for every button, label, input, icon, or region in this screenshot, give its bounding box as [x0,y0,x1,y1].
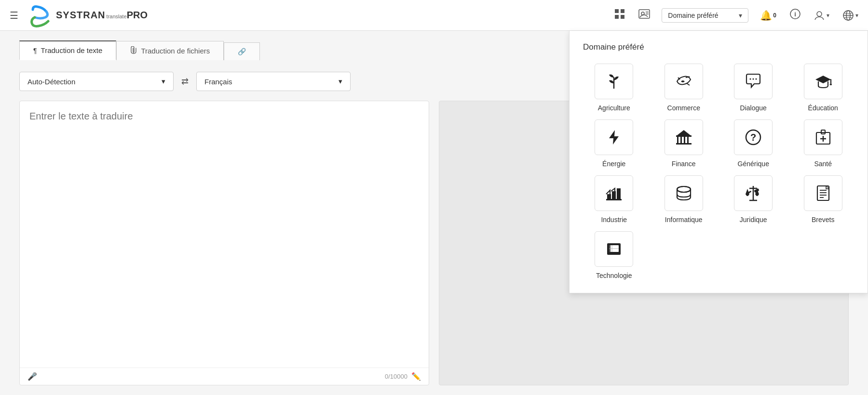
user-icon [814,10,825,21]
brevets-label: Brevets [812,216,834,224]
technologie-label: Technologie [596,272,632,279]
svg-rect-2 [615,15,619,19]
domain-preferred-dropdown[interactable]: Domaine préféré ▾ [662,8,748,23]
svg-point-19 [756,79,757,80]
user-account-button[interactable]: ▾ [812,8,831,23]
education-label: Éducation [808,104,838,112]
svg-rect-24 [677,137,678,143]
dialogue-icon [745,73,762,90]
svg-rect-22 [676,143,692,145]
tab-text-label: Traduction de texte [41,46,103,54]
svg-text:?: ? [750,132,756,143]
domain-item-agriculture[interactable]: Agriculture [583,64,645,112]
tab-files-label: Traduction de fichiers [141,47,210,55]
commerce-icon [675,73,692,90]
svg-point-18 [753,79,754,80]
target-lang-chevron: ▾ [339,77,342,86]
dialogue-icon-box [734,64,773,99]
svg-rect-37 [612,191,616,199]
energie-icon [605,129,623,146]
swap-languages-icon[interactable]: ⇄ [181,76,189,87]
juridique-label: Juridique [740,216,767,224]
domain-grid: Agriculture Commerce [583,64,854,279]
svg-text:i: i [794,11,796,18]
finance-icon-box [665,119,703,155]
domain-panel: Domaine préféré Agriculture [569,31,868,293]
tab-file-translation[interactable]: Traduction de fichiers [116,41,224,60]
source-language-selector[interactable]: Auto-Détection ▾ [19,72,174,91]
link-icon: 🔗 [238,48,246,55]
domain-item-finance[interactable]: Finance [653,119,715,168]
informatique-icon-box [665,175,703,211]
domain-dropdown-label: Domaine préféré [668,12,718,19]
language-selector-button[interactable]: ▾ [841,8,860,23]
paperclip-icon [130,46,137,55]
agriculture-icon [605,73,623,90]
domain-item-commerce[interactable]: Commerce [653,64,715,112]
domain-item-energie[interactable]: Énergie [583,119,645,168]
informatique-icon [675,184,692,202]
energie-icon-box [595,119,633,155]
domain-item-technologie[interactable]: Technologie [583,231,645,279]
agriculture-icon-box [595,64,633,99]
sante-icon [814,129,832,146]
target-language-selector[interactable]: Français ▾ [196,72,351,91]
domain-item-dialogue[interactable]: Dialogue [722,64,785,112]
svg-marker-28 [677,130,691,135]
domain-item-sante[interactable]: Santé [792,119,854,168]
info-icon: i [790,9,800,19]
chevron-down-icon: ▾ [739,12,742,19]
domain-item-informatique[interactable]: Informatique [653,175,715,224]
domain-item-education[interactable]: Éducation [792,64,854,112]
systran-logo-icon [28,3,53,28]
tab-link-translation[interactable]: 🔗 [224,42,260,60]
svg-rect-38 [617,188,621,199]
contact-icon [638,9,650,19]
svg-point-5 [641,12,644,15]
domain-item-brevets[interactable]: Brevets [792,175,854,224]
grid-view-button[interactable] [612,7,627,24]
info-button[interactable]: i [788,7,802,24]
clip-icon [130,46,137,54]
microphone-icon[interactable]: 🎤 [27,372,37,381]
svg-rect-0 [615,9,619,13]
bell-icon: 🔔 [760,10,772,21]
logo-pro: PRO [127,10,148,21]
energie-label: Énergie [602,160,625,168]
tab-text-translation[interactable]: ¶ Traduction de texte [19,40,116,60]
generique-label: Générique [738,160,769,168]
nav-right: Domaine préféré ▾ 🔔 0 i ▾ [612,7,860,24]
hamburger-menu-button[interactable]: ☰ [8,8,20,23]
dialogue-label: Dialogue [740,104,767,112]
commerce-label: Commerce [667,104,700,112]
source-lang-chevron: ▾ [162,77,165,86]
domain-item-industrie[interactable]: Industrie [583,175,645,224]
char-counter: 0/10000 [385,373,407,380]
grid-icon [614,9,625,19]
svg-rect-36 [607,194,611,199]
logo: SYSTRAN translate PRO [28,3,148,28]
sante-icon-box [804,119,842,155]
paragraph-icon: ¶ [33,47,37,54]
domain-item-generique[interactable]: ? Générique [722,119,785,168]
notification-button[interactable]: 🔔 0 [758,8,778,23]
svg-rect-3 [621,15,624,19]
top-navigation: ☰ [0,0,868,31]
domain-item-juridique[interactable]: Juridique [722,175,785,224]
source-text-input[interactable] [20,101,429,368]
edit-icon[interactable]: ✏️ [411,372,421,381]
domain-panel-title: Domaine préféré [583,42,854,52]
contact-button[interactable] [637,7,652,23]
education-icon-box [804,64,842,99]
svg-line-15 [687,83,690,85]
svg-rect-26 [684,137,685,143]
juridique-icon [745,184,762,202]
finance-label: Finance [672,160,696,168]
commerce-icon-box [665,64,703,99]
globe-chevron-icon: ▾ [855,12,858,19]
globe-icon [843,10,854,21]
technologie-icon [605,240,623,258]
nav-left: ☰ [8,3,612,28]
informatique-label: Informatique [665,216,703,224]
user-chevron-icon: ▾ [827,12,829,19]
